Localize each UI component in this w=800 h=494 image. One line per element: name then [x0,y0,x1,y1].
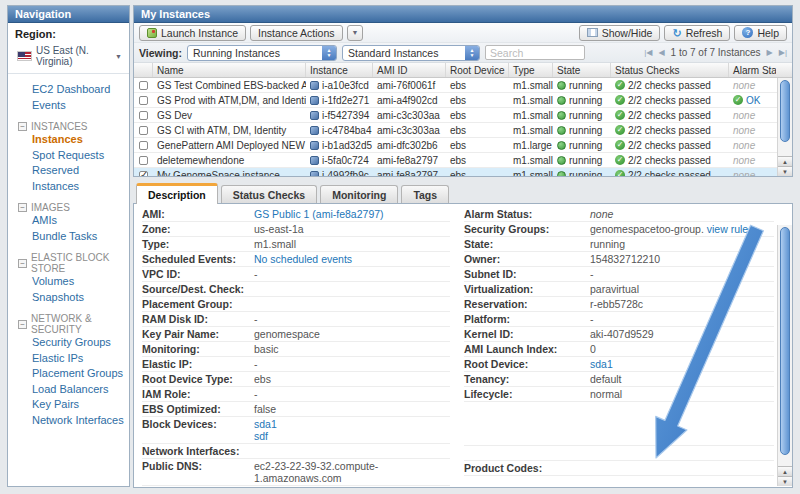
select-all-column[interactable] [134,63,153,77]
row-checkbox[interactable] [139,81,148,90]
help-button[interactable]: ? Help [734,25,787,41]
description-tab-content: AMI:GS Public 1 (ami-fe8a2797) Zone:us-e… [133,203,793,488]
type-filter-select[interactable]: Standard Instances ▲▼ [342,45,480,61]
tab-monitoring[interactable]: Monitoring [320,185,398,203]
column-header-name[interactable]: Name [153,63,306,77]
sidebar-item-security-groups[interactable]: Security Groups [12,335,125,351]
table-row[interactable]: GS Dev i-f5427394 ami-c3c303aa ebs m1.sm… [134,108,792,123]
status-text: 2/2 checks passed [628,140,711,151]
first-page-button[interactable]: |◀ [644,48,652,57]
sidebar-item-bundle-tasks[interactable]: Bundle Tasks [12,229,125,245]
sidebar-item-network-interfaces[interactable]: Network Interfaces [12,413,125,429]
sidebar-item-load-balancers[interactable]: Load Balancers [12,382,125,398]
cell-alarm-status: none [729,125,776,136]
sidebar-item-events[interactable]: Events [12,98,125,114]
private-dns-value: ip-10-118-246-75.ec2.internal [254,487,391,488]
sidebar-item-placement-groups[interactable]: Placement Groups [12,366,125,382]
scroll-up-button[interactable]: ▲ [778,466,792,476]
cell-alarm-status: none [729,110,776,121]
sidebar-item-reserved-instances[interactable]: Reserved Instances [12,163,125,194]
row-checkbox[interactable] [139,96,148,105]
section-header-network-security[interactable]: − NETWORK & SECURITY [12,313,125,335]
column-header-alarm-status[interactable]: Alarm Status [729,63,776,77]
view-rules-link[interactable]: view rules [707,223,754,235]
region-selector[interactable]: US East (N. Virginia) ▼ [17,45,122,67]
state-filter-select[interactable]: Running Instances ▲▼ [187,45,337,61]
block-device-link[interactable]: sdf [254,430,277,442]
sidebar-item-key-pairs[interactable]: Key Pairs [12,397,125,413]
tab-tags[interactable]: Tags [401,185,449,203]
tab-status-checks[interactable]: Status Checks [221,185,317,203]
details-scrollbar-thumb[interactable] [780,227,790,455]
field-value: ebs [254,373,271,385]
show-hide-button[interactable]: Show/Hide [579,25,661,41]
sidebar-item-elastic-ips[interactable]: Elastic IPs [12,351,125,367]
cell-name: deletemewhendone [153,155,306,166]
row-checkbox[interactable] [139,111,148,120]
search-input[interactable] [485,45,585,60]
checks-passed-icon: ✓ [615,125,625,135]
column-header-type[interactable]: Type [509,63,553,77]
table-scrollbar-thumb[interactable] [780,80,790,142]
section-header-ebs[interactable]: − ELASTIC BLOCK STORE [12,252,125,274]
column-header-state[interactable]: State [553,63,611,77]
tab-description[interactable]: Description [136,183,218,204]
instance-id: i-4992fb9c [322,170,369,177]
sidebar-item-snapshots[interactable]: Snapshots [12,290,125,306]
column-header-ami-id[interactable]: AMI ID [373,63,446,77]
field-label: Placement Group: [142,298,254,310]
cell-state: running [553,125,611,136]
column-header-instance[interactable]: Instance [306,63,373,77]
launch-instance-button[interactable]: Launch Instance [139,25,246,41]
instance-icon [310,111,319,120]
table-row[interactable]: GS Prod with ATM,DM, and Identity server… [134,93,792,108]
running-state-icon [557,156,566,165]
details-scrollbar[interactable]: ▲ ▼ [777,225,792,486]
sidebar-item-amis[interactable]: AMIs [12,213,125,229]
field-label: Lifecycle: [464,388,590,400]
field-value: 154832712210 [590,253,660,265]
last-page-button[interactable]: ▶| [779,48,787,57]
sidebar-item-volumes[interactable]: Volumes [12,274,125,290]
table-row[interactable]: GS CI with ATM, DM, Identity i-c4784ba4 … [134,123,792,138]
ami-link[interactable]: GS Public 1 (ami-fe8a2797) [254,208,384,220]
table-row[interactable]: deletemewhendone i-5fa0c724 ami-fe8a2797… [134,153,792,168]
public-dns-value: ec2-23-22-39-32.compute-1.amazonaws.com [254,460,450,484]
scroll-down-button[interactable]: ▼ [778,166,792,176]
row-checkbox-checked[interactable] [139,171,148,177]
row-checkbox[interactable] [139,141,148,150]
table-row[interactable]: GenePattern AMI Deployed NEW i-b1ad32d5 … [134,138,792,153]
sidebar-item-ec2-dashboard[interactable]: EC2 Dashboard [12,82,125,98]
section-header-instances[interactable]: − INSTANCES [12,121,125,132]
instance-actions-dropdown-button[interactable]: ▼ [347,25,364,41]
alarm-text: none [733,110,755,121]
sidebar-item-spot-requests[interactable]: Spot Requests [12,148,125,164]
table-row[interactable]: GS Test Combined EBS-backed AMI -- ATM i… [134,78,792,93]
prev-page-button[interactable]: ◀ [658,48,664,57]
section-header-images[interactable]: − IMAGES [12,202,125,213]
scheduled-events-link[interactable]: No scheduled events [254,253,352,265]
root-device-link[interactable]: sda1 [590,358,613,370]
row-checkbox[interactable] [139,156,148,165]
sidebar-item-instances[interactable]: Instances [12,132,125,148]
block-device-link[interactable]: sda1 [254,418,277,430]
row-checkbox[interactable] [139,126,148,135]
field-value: false [254,403,276,415]
instance-actions-button[interactable]: Instance Actions [250,25,342,41]
scroll-down-button[interactable]: ▼ [778,476,792,486]
refresh-button[interactable]: ↻ Refresh [664,25,730,41]
table-row-selected[interactable]: My GenomeSpace instance i-4992fb9c ami-f… [134,168,792,176]
cell-status-checks: ✓2/2 checks passed [611,80,729,91]
column-header-root-device[interactable]: Root Device [446,63,509,77]
status-text: 2/2 checks passed [628,80,711,91]
scroll-up-button[interactable]: ▲ [778,156,792,166]
alarm-text[interactable]: OK [746,95,760,106]
field-label: Block Devices: [142,418,254,430]
section-images: − IMAGES AMIs Bundle Tasks [12,202,125,244]
cell-alarm-status: none [729,155,776,166]
cell-instance: i-5fa0c724 [306,155,373,166]
cell-ami-id: ami-a4f902cd [373,95,446,106]
table-scrollbar[interactable]: ▲ ▼ [777,78,792,176]
column-header-status-checks[interactable]: Status Checks [611,63,729,77]
next-page-button[interactable]: ▶ [767,48,773,57]
